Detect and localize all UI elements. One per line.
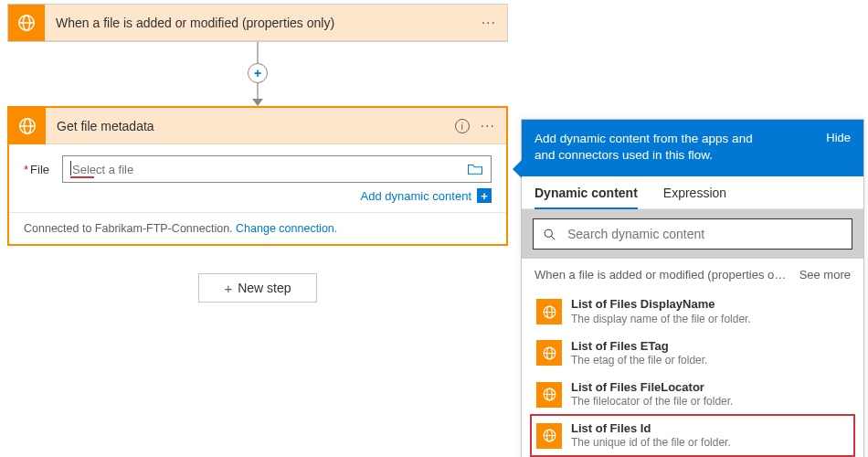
action-title: Get file metadata	[46, 119, 455, 133]
panel-header-line1: Add dynamic content from the apps and	[535, 132, 753, 145]
search-area	[522, 209, 863, 259]
action-menu-button[interactable]: ···	[477, 118, 499, 134]
token-description: The display name of the file or folder.	[571, 313, 751, 326]
search-icon	[543, 228, 556, 241]
connector-icon	[536, 340, 562, 366]
action-header[interactable]: Get file metadata i ···	[9, 108, 506, 144]
plus-icon: +	[224, 281, 232, 296]
panel-header: Add dynamic content from the apps and an…	[522, 120, 863, 176]
connected-prefix: Connected to	[24, 222, 95, 235]
token-group-header: When a file is added or modified (proper…	[522, 259, 863, 291]
connector-icon	[9, 108, 46, 144]
search-box[interactable]	[533, 218, 852, 250]
token-description: The unique id of the file or folder.	[571, 436, 731, 450]
tab-dynamic-content[interactable]: Dynamic content	[535, 176, 638, 209]
connector-icon	[536, 382, 562, 408]
callout-arrow-icon	[513, 160, 522, 178]
connector-icon	[8, 5, 45, 41]
trigger-card[interactable]: When a file is added or modified (proper…	[7, 4, 508, 42]
token-item[interactable]: List of Files FileLocator The filelocato…	[531, 374, 854, 415]
file-input-field[interactable]	[70, 162, 467, 177]
folder-picker-button[interactable]	[467, 163, 483, 175]
panel-tabs: Dynamic content Expression	[522, 176, 863, 209]
connector-line	[257, 82, 259, 101]
action-footer: Connected to Fabrikam-FTP-Connection. Ch…	[9, 212, 506, 244]
dynamic-content-panel: Add dynamic content from the apps and an…	[521, 119, 864, 457]
connector-line	[257, 42, 259, 64]
tab-expression[interactable]: Expression	[663, 176, 726, 208]
svg-point-6	[545, 229, 552, 237]
svg-line-7	[551, 236, 555, 239]
action-body: *File Add dynamic content +	[9, 144, 506, 212]
hide-panel-link[interactable]: Hide	[826, 131, 851, 164]
text-caret	[70, 161, 71, 175]
token-group-title: When a file is added or modified (proper…	[535, 268, 786, 282]
token-item-highlighted[interactable]: List of Files Id The unique id of the fi…	[531, 415, 854, 456]
trigger-header[interactable]: When a file is added or modified (proper…	[8, 5, 507, 41]
token-title: List of Files ETag	[571, 339, 707, 354]
file-input[interactable]	[62, 155, 492, 183]
action-card[interactable]: Get file metadata i ··· *File	[7, 106, 508, 246]
token-list: List of Files DisplayName The display na…	[522, 291, 863, 457]
trigger-menu-button[interactable]: ···	[478, 15, 500, 31]
connector-icon	[536, 299, 562, 324]
token-title: List of Files FileLocator	[571, 380, 733, 395]
change-connection-link[interactable]: Change connection.	[236, 222, 337, 235]
add-dynamic-content-link[interactable]: Add dynamic content	[361, 189, 471, 203]
new-step-label: New step	[238, 281, 291, 295]
insert-step-button[interactable]: +	[248, 63, 268, 83]
trigger-title: When a file is added or modified (proper…	[45, 16, 478, 30]
search-input[interactable]	[566, 226, 842, 242]
spellcheck-underline	[70, 176, 94, 178]
arrow-down-icon	[252, 99, 263, 106]
token-title: List of Files DisplayName	[571, 297, 751, 312]
token-item[interactable]: List of Files ETag The etag of the file …	[531, 333, 854, 374]
add-dynamic-content-button[interactable]: +	[477, 188, 492, 203]
see-more-link[interactable]: See more	[799, 268, 851, 282]
connection-name: Fabrikam-FTP-Connection	[95, 222, 229, 235]
panel-header-line2: and connectors used in this flow.	[535, 148, 713, 162]
token-description: The filelocator of the file or folder.	[571, 395, 733, 409]
connector-icon	[536, 423, 562, 449]
token-title: List of Files Id	[571, 421, 731, 436]
token-description: The etag of the file or folder.	[571, 354, 707, 367]
token-item[interactable]: List of Files DisplayName The display na…	[531, 291, 854, 332]
required-star-icon: *	[24, 163, 28, 176]
new-step-button[interactable]: + New step	[198, 273, 317, 303]
info-icon[interactable]: i	[455, 119, 470, 133]
file-field-label: *File	[24, 163, 49, 176]
